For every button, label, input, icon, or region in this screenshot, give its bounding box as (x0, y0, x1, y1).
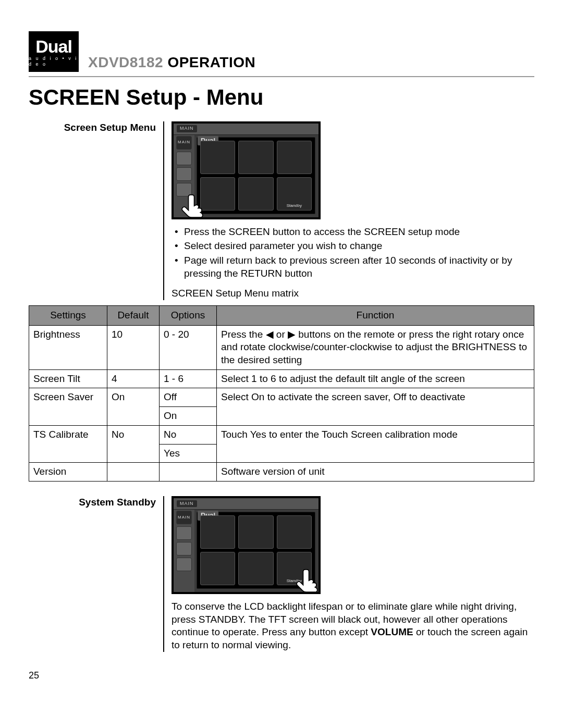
td-setting: Brightness (29, 325, 107, 369)
page-number: 25 (29, 670, 534, 682)
section-screen-setup-menu: Screen Setup Menu MAIN Dual MAIN (29, 121, 534, 300)
header-title: XDVD8182 OPERATION (88, 53, 255, 72)
td-setting: Screen Saver (29, 388, 107, 425)
td-function: Software version of unit (217, 463, 534, 482)
shot2-side-main: MAIN (176, 511, 192, 524)
td-default: No (107, 425, 160, 462)
td-options: No (160, 425, 217, 444)
td-options: 1 - 6 (160, 369, 217, 388)
shot2-top-tag: MAIN (177, 500, 197, 508)
section1-label: Screen Setup Menu (29, 121, 156, 134)
screenshot-2: MAIN Dual MAIN (172, 496, 321, 594)
shot2-grid-cell (238, 552, 273, 585)
standby-paragraph: To conserve the LCD backlight lifespan o… (172, 600, 534, 652)
page-heading: SCREEN Setup - Menu (29, 83, 534, 112)
td-default: On (107, 388, 160, 425)
shot2-grid-cell-standby (277, 552, 312, 585)
th-function: Function (217, 306, 534, 326)
th-settings: Settings (29, 306, 107, 326)
td-options (160, 463, 217, 482)
dual-logo: Dual a u d i o • v i d e o (29, 31, 79, 72)
bullet-item: Press the SCREEN button to access the SC… (172, 226, 534, 239)
shot2-grid-cell (200, 552, 235, 585)
shot1-side-main: MAIN (176, 136, 192, 150)
td-default: 4 (107, 369, 160, 388)
shot1-grid-cell (277, 141, 312, 174)
volume-bold: VOLUME (371, 626, 413, 637)
shot1-side-btn (176, 152, 192, 165)
screenshot-1: MAIN Dual MAIN (172, 121, 321, 219)
shot2-side-btn (176, 526, 192, 540)
td-default: 10 (107, 325, 160, 369)
td-setting: Version (29, 463, 107, 482)
td-options: Yes (160, 444, 217, 463)
section2-label: System Standby (29, 496, 156, 509)
td-setting: TS Calibrate (29, 425, 107, 462)
bullet-item: Select desired parameter you wish to cha… (172, 240, 534, 253)
model-number: XDVD8182 (88, 54, 163, 70)
td-default (107, 463, 160, 482)
shot2-grid-cell (277, 515, 312, 549)
td-function: Press the ◀ or ▶ buttons on the remote o… (217, 325, 534, 369)
section-system-standby: System Standby MAIN Dual MAIN (29, 496, 534, 652)
operation-word: OPERATION (167, 54, 255, 70)
logo-main-text: Dual (35, 39, 72, 55)
td-function: Touch Yes to enter the Touch Screen cali… (217, 425, 534, 462)
right-arrow-icon: ▶ (288, 329, 296, 340)
table-row: Brightness 10 0 - 20 Press the ◀ or ▶ bu… (29, 325, 534, 369)
shot1-grid-cell-standby (277, 177, 312, 211)
td-options: Off (160, 388, 217, 407)
shot1-top-tag: MAIN (177, 125, 197, 132)
shot1-side-btn (176, 167, 192, 181)
shot1-grid-cell (200, 177, 235, 211)
shot2-side-btn (176, 542, 192, 556)
section1-bullets: Press the SCREEN button to access the SC… (172, 226, 534, 280)
td-setting: Screen Tilt (29, 369, 107, 388)
td-options: 0 - 20 (160, 325, 217, 369)
th-default: Default (107, 306, 160, 326)
shot2-grid-cell (200, 515, 235, 549)
table-row: Version Software version of unit (29, 463, 534, 482)
shot1-grid-cell (238, 141, 273, 174)
shot1-grid-cell (238, 177, 273, 211)
table-row: Screen Tilt 4 1 - 6 Select 1 to 6 to adj… (29, 369, 534, 388)
td-options: On (160, 407, 217, 426)
page-header: Dual a u d i o • v i d e o XDVD8182 OPER… (29, 31, 534, 72)
table-row: Screen Saver On Off Select On to activat… (29, 388, 534, 407)
settings-matrix-table: Settings Default Options Function Bright… (29, 305, 534, 482)
th-options: Options (160, 306, 217, 326)
td-function: Select On to activate the screen saver, … (217, 388, 534, 425)
logo-sub-text: a u d i o • v i d e o (29, 56, 79, 68)
shot1-side-btn (176, 183, 192, 196)
header-divider (29, 76, 534, 77)
matrix-intro: SCREEN Setup Menu matrix (172, 287, 534, 300)
left-arrow-icon: ◀ (266, 329, 274, 340)
td-function: Select 1 to 6 to adjust the default tilt… (217, 369, 534, 388)
shot2-side-btn (176, 558, 192, 571)
shot1-grid-cell (200, 141, 235, 174)
bullet-item: Page will return back to previous screen… (172, 254, 534, 280)
shot2-grid-cell (238, 515, 273, 549)
table-row: TS Calibrate No No Touch Yes to enter th… (29, 425, 534, 444)
